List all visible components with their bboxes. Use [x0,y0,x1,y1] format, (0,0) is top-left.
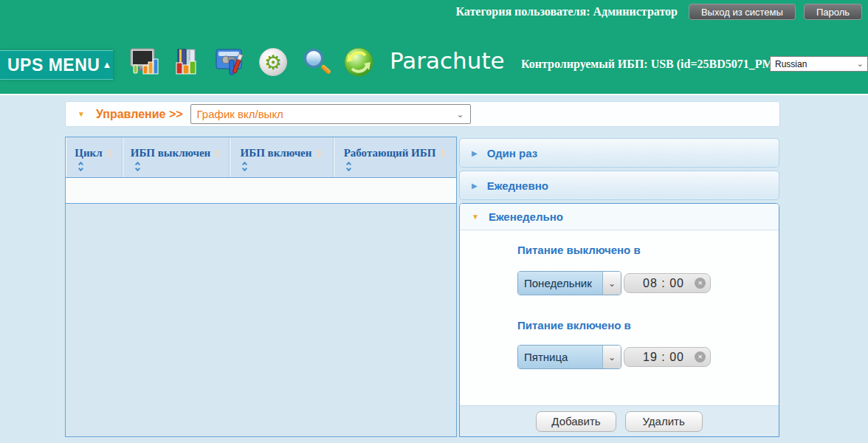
accordion-collapsed-icon: ▶ [472,182,478,190]
power-on-label: Питание включено в [517,319,779,332]
column-label: Работающий ИБП [344,147,436,159]
clear-time-icon[interactable]: ✕ [695,278,706,289]
language-selected-value: Russian [775,59,807,69]
power-off-time-input[interactable]: 08 : 00 ✕ [624,273,711,293]
table-row [66,178,456,204]
magnifier-handle [320,64,331,75]
power-on-time-input[interactable]: 19 : 00 ✕ [624,347,711,367]
weekly-form: Питание выключено в Понедельник ⌄ 08 : 0… [460,230,779,405]
sort-chevrons-icon [79,162,83,171]
gear-glyph: ⚙ [264,52,282,72]
sort-chevrons-icon [243,162,247,171]
sort-arrows-icon [440,149,446,158]
weekly-form-footer: Добавить Удалить [460,405,779,436]
table-header-row: Цикл ИБП выключен ИБП включен Работающий… [66,137,456,178]
chevron-down-icon: ⌄ [457,109,464,120]
column-header-running-ups[interactable]: Работающий ИБП [334,137,456,177]
language-select[interactable]: Russian ⌄ [770,56,868,72]
schedule-table: Цикл ИБП выключен ИБП включен Работающий… [65,137,457,437]
column-header-cycle[interactable]: Цикл [66,137,123,177]
power-off-day-select[interactable]: Понедельник ⌄ [517,271,621,295]
control-bar: ▼ Управление >> График вкл/выкл ⌄ [65,101,780,127]
add-button-label: Добавить [551,415,600,427]
column-label: Цикл [75,147,102,159]
accordion-label: Еженедельно [489,210,563,223]
accordion-label: Один раз [487,147,537,159]
page-select[interactable]: График вкл/выкл ⌄ [190,104,471,124]
header-toolbar: ⚙ [127,44,376,80]
sort-chevrons-icon [347,162,351,171]
topbar: Категория пользователя: Администратор Вы… [455,4,862,20]
magnifier-lens [304,49,323,68]
password-button-label: Пароль [816,7,850,18]
sort-arrows-icon [215,149,221,158]
power-off-label: Питание выключено в [517,244,779,256]
section-title: Управление >> [96,108,183,121]
column-header-ups-off[interactable]: ИБП выключен [123,137,230,177]
monitor-chart-icon[interactable] [127,44,162,80]
power-off-day-value: Понедельник [518,272,602,295]
settings-tools-icon[interactable] [213,44,248,80]
column-header-ups-on[interactable]: ИБП включен [230,137,334,177]
accordion-header-once[interactable]: ▶ Один раз [459,138,779,168]
add-button[interactable]: Добавить [536,411,616,432]
search-icon[interactable] [298,44,334,80]
user-category-label: Категория пользователя: Администратор [455,5,678,18]
chevron-down-icon: ⌄ [602,272,621,295]
power-on-day-value: Пятница [518,346,602,368]
parachute-logo: Parachute [390,47,505,74]
delete-button-label: Удалить [643,415,685,427]
app-header: Категория пользователя: Администратор Вы… [0,0,868,95]
monitored-ups-label: Контролируемый ИБП: USB (id=25BD5071_PMV… [521,58,786,71]
accordion-header-daily[interactable]: ▶ Ежедневно [459,171,779,200]
chevron-down-icon: ⌄ [602,346,621,368]
clear-time-icon[interactable]: ✕ [695,351,706,363]
menu-arrow-up-icon: ▲ [102,59,111,70]
schedule-mode-panel: ▶ Один раз ▶ Ежедневно ▼ Еженедельно Пит… [459,138,779,437]
accordion-expanded-icon: ▼ [472,213,479,221]
password-button[interactable]: Пароль [804,4,862,20]
delete-button[interactable]: Удалить [625,411,703,432]
sort-arrows-icon [316,149,322,158]
gear-icon[interactable]: ⚙ [255,44,291,80]
logout-button-label: Выход из системы [701,7,783,18]
ups-menu-toggle[interactable]: UPS MENU ▲ [0,50,113,80]
accordion-label: Ежедневно [487,179,548,192]
power-on-day-select[interactable]: Пятница ⌄ [517,345,621,369]
ups-menu-label: UPS MENU [7,55,100,75]
sort-chevrons-icon [136,162,140,171]
accordion-collapsed-icon: ▶ [472,149,478,157]
column-label: ИБП выключен [131,147,211,159]
logout-button[interactable]: Выход из системы [689,4,796,20]
log-books-icon[interactable] [170,44,205,80]
column-label: ИБП включен [241,147,312,159]
sort-arrows-icon [107,149,113,158]
accordion-header-weekly[interactable]: ▼ Еженедельно [460,204,779,230]
page-select-value: График вкл/выкл [197,108,283,120]
accordion-section-weekly: ▼ Еженедельно Питание выключено в Понеде… [459,203,779,437]
chevron-down-icon: ⌄ [857,60,864,68]
control-arrow-icon: ▼ [78,110,85,118]
refresh-icon[interactable] [341,44,376,80]
